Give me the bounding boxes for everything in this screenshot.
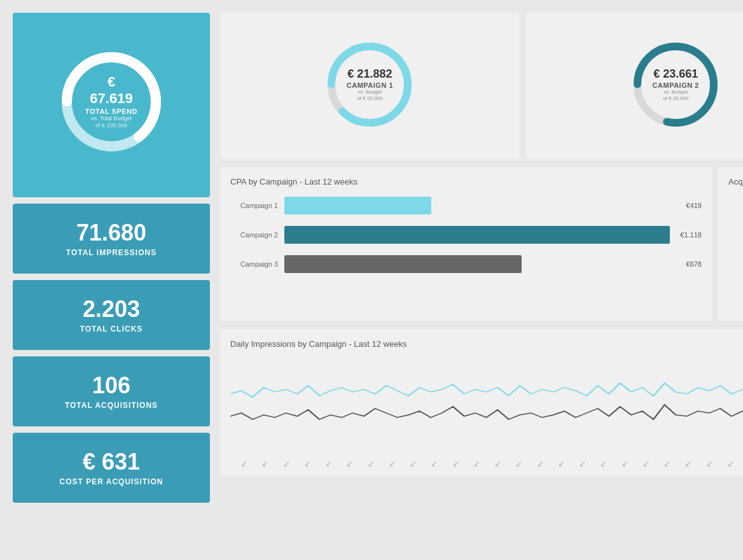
bar-row-2: Campaign 2 €1.118 [230, 226, 702, 244]
clicks-box: 2.203 TOTAL CLICKS [13, 280, 210, 350]
acquisitions-label: TOTAL ACQUISITIONS [65, 401, 158, 410]
cpa-chart-box: CPA by Campaign - Last 12 weeks Campaign… [220, 167, 712, 321]
bar-track-2 [284, 226, 670, 244]
campaign-2-sub2: of € 30.000 [653, 95, 699, 102]
bar-fill-2 [284, 226, 670, 244]
cpa-chart-title: CPA by Campaign - Last 12 weeks [230, 177, 702, 186]
campaign-2-card: € 23.661 CAMPAIGN 2 vs. Budget of € 30.0… [526, 13, 743, 159]
cpa-box: € 631 COST PER ACQUISITION [13, 433, 210, 503]
daily-impressions-title: Daily Impressions by Campaign - Last 12 … [230, 339, 743, 349]
sidebar: € 67.619 TOTAL SPEND vs. Total Budget of… [13, 13, 210, 547]
campaign-2-sub1: vs. Budget [653, 88, 699, 95]
bar-track-1 [284, 197, 676, 214]
bar-label-1: Campaign 1 [230, 202, 278, 209]
total-spend-amount: € 67.619 [85, 74, 139, 108]
bar-value-2: €1.118 [680, 231, 702, 239]
bar-label-2: Campaign 2 [230, 231, 278, 239]
campaign-2-donut: € 23.661 CAMPAIGN 2 vs. Budget of € 30.0… [628, 37, 723, 132]
bar-fill-1 [284, 197, 431, 214]
bar-row-3: Campaign 3 €678 [230, 255, 702, 273]
campaign-row: € 21.882 CAMPAIGN 1 vs. Budget of € 25.0… [220, 13, 743, 159]
campaign-1-name: CAMPAIGN 1 [347, 81, 393, 88]
main-content: € 21.882 CAMPAIGN 1 vs. Budget of € 25.0… [220, 13, 743, 547]
impressions-box: 71.680 TOTAL IMPRESSIONS [13, 204, 210, 274]
clicks-number: 2.203 [83, 297, 140, 322]
total-spend-label: TOTAL SPEND [85, 108, 139, 115]
total-spend-sublabel2: of € 105.000 [85, 122, 139, 130]
acquisitions-chart-box: Acquisitions by Campaign - Last 12 weeks [718, 167, 743, 321]
clicks-label: TOTAL CLICKS [80, 325, 143, 333]
bar-row-1: Campaign 1 €419 [230, 197, 702, 214]
campaign-1-donut: € 21.882 CAMPAIGN 1 vs. Budget of € 25.0… [322, 37, 417, 132]
pie-container: 54 32 20 [728, 197, 743, 311]
bar-label-3: Campaign 3 [230, 260, 278, 268]
campaign-1-sub1: vs. Budget [347, 88, 393, 95]
middle-row: CPA by Campaign - Last 12 weeks Campaign… [220, 167, 743, 321]
impressions-number: 71.680 [76, 220, 146, 246]
cpa-number: € 631 [83, 449, 140, 475]
acquisitions-number: 106 [92, 373, 130, 398]
bar-track-3 [284, 255, 676, 273]
daily-impressions-box: Daily Impressions by Campaign - Last 12 … [220, 329, 743, 477]
campaign-1-sub2: of € 25.000 [347, 95, 393, 102]
campaign-1-card: € 21.882 CAMPAIGN 1 vs. Budget of € 25.0… [220, 13, 520, 159]
total-spend-card: € 67.619 TOTAL SPEND vs. Total Budget of… [13, 13, 210, 197]
total-spend-sublabel1: vs. Total Budget [85, 115, 139, 123]
campaign-1-amount: € 21.882 [347, 67, 393, 81]
campaign-2-amount: € 23.661 [653, 67, 699, 81]
bar-value-1: €419 [686, 202, 702, 209]
bar-value-3: €678 [686, 260, 702, 268]
impressions-label: TOTAL IMPRESSIONS [66, 248, 156, 257]
cpa-bar-chart: Campaign 1 €419 Campaign 2 €1.118 Campai… [230, 197, 702, 273]
line-chart-area [230, 359, 743, 461]
acquisitions-chart-title: Acquisitions by Campaign - Last 12 weeks [728, 177, 743, 186]
campaign-2-name: CAMPAIGN 2 [653, 81, 699, 88]
bar-fill-3 [284, 255, 522, 273]
acquisitions-box: 106 TOTAL ACQUISITIONS [13, 356, 210, 426]
cpa-label: COST PER ACQUISITION [60, 477, 163, 486]
total-spend-donut: € 67.619 TOTAL SPEND vs. Total Budget of… [57, 48, 165, 156]
